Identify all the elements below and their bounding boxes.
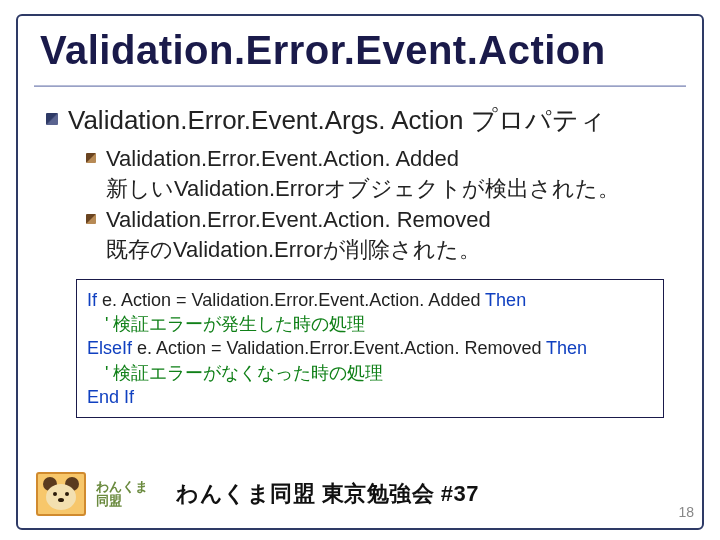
footer: わんくま 同盟 わんくま同盟 東京勉強会 #37: [36, 472, 479, 516]
slide-frame: Validation.Error.Event.Action Validation…: [16, 14, 704, 530]
code-line: ' 検証エラーがなくなった時の処理: [87, 361, 653, 385]
code-text: e. Action = Validation.Error.Event.Actio…: [132, 338, 546, 358]
level2-line: Validation.Error.Event.Action. Added: [106, 146, 459, 171]
square-bullet-icon: [86, 214, 96, 224]
level2-line: Validation.Error.Event.Action. Removed: [106, 207, 491, 232]
code-line: ' 検証エラーが発生した時の処理: [87, 312, 653, 336]
slide-title: Validation.Error.Event.Action: [40, 28, 682, 73]
level2-line: 新しいValidation.Errorオブジェクトが検出された。: [106, 176, 620, 201]
level1-text: Validation.Error.Event.Args. Action プロパテ…: [68, 103, 606, 138]
logo-text: わんくま 同盟: [96, 480, 148, 509]
slide: Validation.Error.Event.Action Validation…: [0, 0, 720, 540]
title-underline: [34, 85, 686, 87]
page-number: 18: [678, 504, 694, 520]
level2-text: Validation.Error.Event.Action. Removed 既…: [106, 205, 491, 264]
level2-line: 既存のValidation.Errorが削除された。: [106, 237, 481, 262]
bullet-level2: Validation.Error.Event.Action. Removed 既…: [86, 205, 682, 264]
bullet-level2: Validation.Error.Event.Action. Added 新しい…: [86, 144, 682, 203]
code-sample-box: If e. Action = Validation.Error.Event.Ac…: [76, 279, 664, 418]
code-keyword: ElseIf: [87, 338, 132, 358]
level2-text: Validation.Error.Event.Action. Added 新しい…: [106, 144, 620, 203]
square-bullet-icon: [46, 113, 58, 125]
code-keyword: Then: [485, 290, 526, 310]
bullet-level1: Validation.Error.Event.Args. Action プロパテ…: [46, 103, 682, 138]
code-text: e. Action = Validation.Error.Event.Actio…: [97, 290, 485, 310]
code-keyword: End If: [87, 387, 134, 407]
wankuma-logo-icon: [36, 472, 86, 516]
square-bullet-icon: [86, 153, 96, 163]
code-line: ElseIf e. Action = Validation.Error.Even…: [87, 336, 653, 360]
code-line: If e. Action = Validation.Error.Event.Ac…: [87, 288, 653, 312]
code-keyword: Then: [546, 338, 587, 358]
logo-line: わんくま: [96, 480, 148, 494]
code-comment: ' 検証エラーが発生した時の処理: [87, 314, 365, 334]
footer-title: わんくま同盟 東京勉強会 #37: [176, 479, 479, 509]
code-comment: ' 検証エラーがなくなった時の処理: [87, 363, 383, 383]
code-keyword: If: [87, 290, 97, 310]
code-line: End If: [87, 385, 653, 409]
logo-line: 同盟: [96, 494, 148, 508]
